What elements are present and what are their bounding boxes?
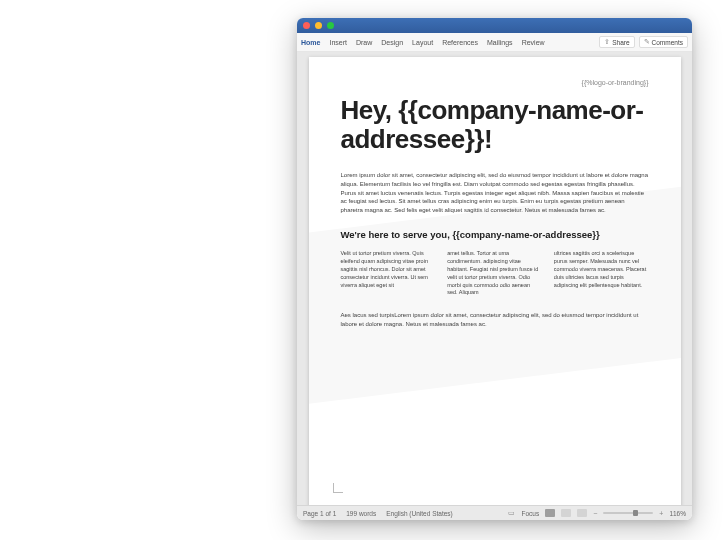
outro-paragraph[interactable]: Aes lacus sed turpisLorem ipsum dolor si… <box>341 311 649 328</box>
document-area[interactable]: {{%logo-or-branding}} Hey, {{company-nam… <box>297 52 692 505</box>
tab-draw[interactable]: Draw <box>356 39 372 46</box>
focus-icon: ▭ <box>508 509 515 517</box>
comment-icon: ✎ <box>644 38 650 46</box>
language-indicator[interactable]: English (United States) <box>386 510 452 517</box>
tab-design[interactable]: Design <box>381 39 403 46</box>
zoom-slider[interactable] <box>603 512 653 514</box>
sub-heading[interactable]: We're here to serve you, {{company-name-… <box>341 229 649 240</box>
document-page[interactable]: {{%logo-or-branding}} Hey, {{company-nam… <box>309 57 681 505</box>
ribbon-right: ⇪ Share ✎ Comments <box>599 36 688 48</box>
ribbon-tabs: Home Insert Draw Design Layout Reference… <box>301 39 599 46</box>
column-2[interactable]: amet tellus. Tortor at uma condimentum. … <box>447 250 542 298</box>
share-button[interactable]: ⇪ Share <box>599 36 634 48</box>
focus-mode-button[interactable]: Focus <box>521 510 539 517</box>
tab-mailings[interactable]: Mailings <box>487 39 513 46</box>
maximize-icon[interactable] <box>327 22 334 29</box>
view-web-icon[interactable] <box>577 509 587 517</box>
logo-placeholder: {{%logo-or-branding}} <box>341 79 649 86</box>
ribbon-bar: Home Insert Draw Design Layout Reference… <box>297 33 692 52</box>
tab-home[interactable]: Home <box>301 39 320 46</box>
intro-paragraph[interactable]: Lorem ipsum dolor sit amet, consectetur … <box>341 171 649 214</box>
comments-button[interactable]: ✎ Comments <box>639 36 688 48</box>
zoom-in-button[interactable]: + <box>659 510 663 517</box>
word-window: Home Insert Draw Design Layout Reference… <box>297 18 692 520</box>
close-icon[interactable] <box>303 22 310 29</box>
zoom-percentage[interactable]: 116% <box>669 510 686 517</box>
comments-label: Comments <box>652 39 683 46</box>
word-count[interactable]: 199 words <box>346 510 376 517</box>
tab-insert[interactable]: Insert <box>329 39 347 46</box>
minimize-icon[interactable] <box>315 22 322 29</box>
zoom-out-button[interactable]: − <box>593 510 597 517</box>
tab-layout[interactable]: Layout <box>412 39 433 46</box>
crop-mark-icon <box>333 483 343 493</box>
text-columns: Velit ut tortor pretium viverra. Quis el… <box>341 250 649 298</box>
status-bar: Page 1 of 1 199 words English (United St… <box>297 505 692 520</box>
column-1[interactable]: Velit ut tortor pretium viverra. Quis el… <box>341 250 436 298</box>
window-titlebar[interactable] <box>297 18 692 33</box>
page-indicator[interactable]: Page 1 of 1 <box>303 510 336 517</box>
view-read-icon[interactable] <box>545 509 555 517</box>
status-right: ▭ Focus − + 116% <box>508 509 686 517</box>
tab-review[interactable]: Review <box>522 39 545 46</box>
page-heading[interactable]: Hey, {{company-name-or-addressee}}! <box>341 96 649 153</box>
status-left: Page 1 of 1 199 words English (United St… <box>303 510 498 517</box>
view-print-icon[interactable] <box>561 509 571 517</box>
column-3[interactable]: ultrices sagittis orci a scelerisque pur… <box>554 250 649 298</box>
share-icon: ⇪ <box>604 38 610 46</box>
tab-references[interactable]: References <box>442 39 478 46</box>
share-label: Share <box>612 39 629 46</box>
